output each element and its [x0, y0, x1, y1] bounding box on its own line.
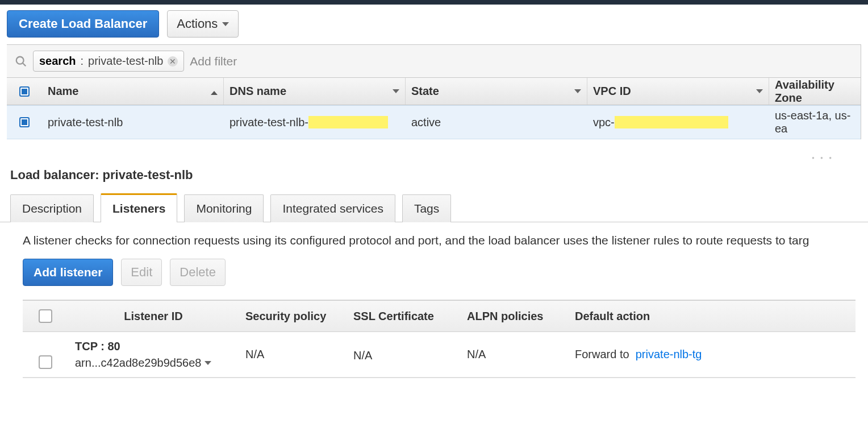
column-header-security-policy[interactable]: Security policy	[239, 304, 347, 329]
chevron-down-icon	[393, 89, 399, 93]
table-row[interactable]: private-test-nlb private-test-nlb- activ…	[7, 105, 861, 139]
cell-dns: private-test-nlb-	[224, 106, 406, 139]
chevron-down-icon	[222, 22, 229, 26]
listeners-description: A listener checks for connection request…	[23, 234, 856, 247]
listener-row-checkbox[interactable]	[39, 355, 52, 369]
cell-name: private-test-nlb	[42, 106, 224, 139]
toolbar: Create Load Balancer Actions	[0, 5, 868, 44]
search-filter-chip[interactable]: search : private-test-nlb ✕	[33, 51, 184, 72]
row-checkbox[interactable]	[19, 117, 30, 127]
resize-handle[interactable]: ● ● ●	[0, 155, 868, 163]
column-header-state[interactable]: State	[406, 78, 587, 105]
tab-listeners[interactable]: Listeners	[101, 193, 177, 222]
tab-monitoring[interactable]: Monitoring	[184, 194, 264, 222]
cell-ssl-certificate: N/A	[347, 341, 460, 368]
cell-state: active	[406, 106, 587, 139]
cell-vpc: vpc-	[587, 106, 769, 139]
cell-default-action: Forward to private-nlb-tg	[568, 342, 856, 367]
column-header-listener-id[interactable]: Listener ID	[68, 304, 239, 329]
column-header-default-action[interactable]: Default action	[568, 304, 856, 329]
lb-table-header: Name DNS name State VPC ID Availability …	[7, 78, 861, 105]
search-icon	[15, 55, 27, 68]
add-listener-button[interactable]: Add listener	[23, 259, 113, 286]
panel-gap	[0, 139, 868, 155]
tab-tags[interactable]: Tags	[402, 194, 451, 222]
cell-security-policy: N/A	[239, 342, 347, 367]
chip-key: search	[39, 55, 76, 68]
cell-alpn-policies: N/A	[460, 342, 568, 367]
column-header-az[interactable]: Availability Zone	[769, 78, 861, 105]
chevron-down-icon[interactable]	[205, 361, 211, 365]
delete-listener-button[interactable]: Delete	[170, 259, 226, 286]
svg-point-0	[16, 56, 24, 64]
redacted-block	[308, 116, 388, 128]
edit-listener-button[interactable]: Edit	[121, 259, 162, 286]
actions-dropdown[interactable]: Actions	[167, 10, 239, 38]
search-bar: search : private-test-nlb ✕ Add filter	[7, 45, 861, 78]
column-header-name[interactable]: Name	[42, 78, 224, 105]
column-header-vpc[interactable]: VPC ID	[587, 78, 769, 105]
column-header-dns[interactable]: DNS name	[224, 78, 406, 105]
actions-label: Actions	[177, 16, 218, 31]
listener-protocol: TCP : 80	[75, 340, 120, 353]
listeners-actions: Add listener Edit Delete	[23, 259, 856, 286]
select-all-listeners-checkbox[interactable]	[39, 309, 52, 323]
create-load-balancer-button[interactable]: Create Load Balancer	[7, 10, 159, 38]
listeners-table: Listener ID Security policy SSL Certific…	[23, 300, 856, 378]
target-group-link[interactable]: private-nlb-tg	[636, 348, 702, 361]
sort-icon	[211, 91, 218, 95]
load-balancers-panel: search : private-test-nlb ✕ Add filter N…	[7, 44, 861, 139]
column-header-alpn-policies[interactable]: ALPN policies	[460, 304, 568, 329]
console-topbar	[0, 0, 868, 5]
tab-integrated-services[interactable]: Integrated services	[270, 194, 395, 222]
listeners-table-header: Listener ID Security policy SSL Certific…	[23, 300, 856, 332]
listener-arn: arn...c42ad8e29b9d56e8	[75, 356, 211, 370]
redacted-block	[615, 116, 728, 128]
add-filter-input[interactable]: Add filter	[190, 55, 237, 68]
listeners-panel: A listener checks for connection request…	[0, 222, 868, 401]
close-icon[interactable]: ✕	[168, 56, 178, 67]
column-header-ssl-certificate[interactable]: SSL Certificate	[347, 304, 460, 329]
svg-line-1	[23, 63, 26, 66]
listener-row[interactable]: TCP : 80 arn...c42ad8e29b9d56e8 N/A N/A …	[23, 332, 856, 378]
tabs: Description Listeners Monitoring Integra…	[0, 193, 868, 222]
chip-value: private-test-nlb	[88, 55, 163, 68]
cell-listener-id: TCP : 80 arn...c42ad8e29b9d56e8	[68, 334, 239, 375]
cell-az: us-east-1a, us-ea	[769, 106, 861, 139]
tab-description[interactable]: Description	[10, 194, 94, 222]
chevron-down-icon	[574, 89, 581, 93]
chevron-down-icon	[756, 89, 763, 93]
detail-title: Load balancer: private-test-nlb	[0, 163, 868, 193]
select-all-checkbox[interactable]	[19, 86, 30, 97]
